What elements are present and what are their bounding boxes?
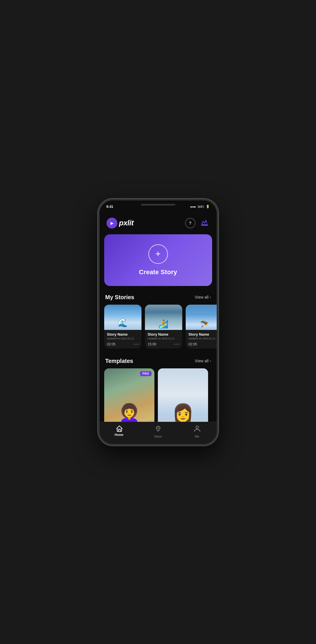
- story-dots-2[interactable]: [174, 344, 179, 345]
- story-name-3: Story Name: [189, 332, 217, 336]
- story-footer-2: 15:00: [148, 342, 179, 346]
- story-thumbnail-2: [145, 305, 182, 330]
- my-stories-title: My Stories: [105, 294, 134, 301]
- nav-store[interactable]: Store: [139, 425, 178, 438]
- story-dots-1[interactable]: [133, 344, 139, 345]
- create-plus-circle: +: [148, 244, 168, 264]
- home-icon: [116, 425, 123, 432]
- pro-badge: PRO: [140, 371, 151, 376]
- chevron-right-icon-2: ›: [210, 359, 211, 363]
- me-icon: [193, 425, 201, 434]
- svg-point-2: [196, 426, 198, 428]
- store-icon: [154, 425, 162, 434]
- app-content[interactable]: pxlit ? + Create: [100, 213, 217, 422]
- logo-pxl: pxl: [119, 218, 129, 227]
- bottom-nav: Home Store Me: [100, 422, 217, 444]
- templates-title: Templates: [105, 358, 133, 364]
- logo-it: it: [129, 218, 134, 227]
- chevron-right-icon: ›: [210, 295, 211, 299]
- story-footer-3: 02:05: [189, 342, 217, 346]
- nav-home-label: Home: [115, 433, 123, 436]
- nav-home[interactable]: Home: [100, 425, 139, 438]
- nav-store-label: Store: [154, 435, 162, 438]
- logo-container: pxlit: [106, 218, 134, 229]
- story-card[interactable]: Story Name Updated on 2022.01.11 02:05: [104, 305, 141, 349]
- signal-icon: ●●●: [190, 205, 196, 208]
- dot-2: [176, 344, 177, 345]
- dot-1: [133, 344, 135, 345]
- stories-row[interactable]: Story Name Updated on 2022.01.11 02:05: [100, 305, 217, 355]
- story-info-1: Story Name Updated on 2022.01.11 02:05: [104, 330, 141, 349]
- dot-3: [137, 344, 139, 345]
- templates-view-all[interactable]: View all ›: [195, 359, 211, 363]
- story-card-2[interactable]: Story Name Updated on 2022.01.11 15:00: [145, 305, 182, 349]
- logo-text: pxlit: [119, 218, 134, 227]
- story-info-2: Story Name Updated on 2022.01.11 15:00: [145, 330, 182, 349]
- svg-point-1: [157, 427, 158, 428]
- template-card-2[interactable]: Template Name: [158, 368, 208, 422]
- story-date-1: Updated on 2022.01.11: [107, 337, 139, 340]
- story-duration-3: 02:05: [189, 342, 197, 346]
- header-actions: ?: [185, 218, 210, 228]
- my-stories-header: My Stories View all ›: [100, 292, 217, 305]
- logo-icon: [106, 218, 117, 229]
- story-name-2: Story Name: [148, 332, 179, 336]
- story-info-3: Story Name Updated on 2022.01.11 02:05: [186, 330, 217, 349]
- story-duration-1: 02:05: [107, 342, 116, 346]
- app-header: pxlit ?: [100, 213, 217, 232]
- template-image-1: [104, 368, 154, 422]
- story-thumbnail-3: [186, 305, 217, 330]
- story-duration-2: 15:00: [148, 342, 156, 346]
- svg-rect-0: [201, 224, 208, 225]
- view-all-label: View all: [195, 295, 209, 299]
- story-card-3[interactable]: Story Name Updated on 2022.01.11 02:05: [186, 305, 217, 349]
- story-footer-1: 02:05: [107, 342, 139, 346]
- story-date-2: Updated on 2022.01.11: [148, 337, 179, 340]
- status-time: 9:41: [106, 205, 113, 209]
- status-icons: ●●● WiFi 🔋: [190, 205, 210, 208]
- crown-button[interactable]: [199, 218, 210, 228]
- dot-1: [174, 344, 175, 345]
- nav-me-label: Me: [195, 435, 199, 438]
- template-image-2: [158, 368, 208, 422]
- my-stories-view-all[interactable]: View all ›: [195, 295, 211, 299]
- wifi-icon: WiFi: [198, 205, 204, 208]
- create-story-banner[interactable]: + Create Story: [104, 234, 212, 286]
- phone-screen: 9:41 ●●● WiFi 🔋 pxlit ?: [100, 200, 217, 444]
- create-story-label: Create Story: [139, 268, 177, 276]
- nav-me[interactable]: Me: [178, 425, 217, 438]
- dot-3: [178, 344, 179, 345]
- battery-icon: 🔋: [206, 205, 210, 208]
- templates-view-all-label: View all: [195, 359, 209, 363]
- templates-header: Templates View all ›: [100, 355, 217, 368]
- phone-frame: 9:41 ●●● WiFi 🔋 pxlit ?: [98, 199, 218, 446]
- templates-row[interactable]: PRO Template Name Template Name: [100, 368, 217, 422]
- template-card-1[interactable]: PRO Template Name: [104, 368, 154, 422]
- dot-2: [135, 344, 137, 345]
- help-button[interactable]: ?: [185, 218, 195, 228]
- plus-icon: +: [155, 249, 161, 259]
- story-thumbnail-1: [104, 305, 141, 330]
- story-name-1: Story Name: [107, 332, 139, 336]
- story-date-3: Updated on 2022.01.11: [189, 337, 217, 340]
- status-bar: 9:41 ●●● WiFi 🔋: [100, 200, 217, 213]
